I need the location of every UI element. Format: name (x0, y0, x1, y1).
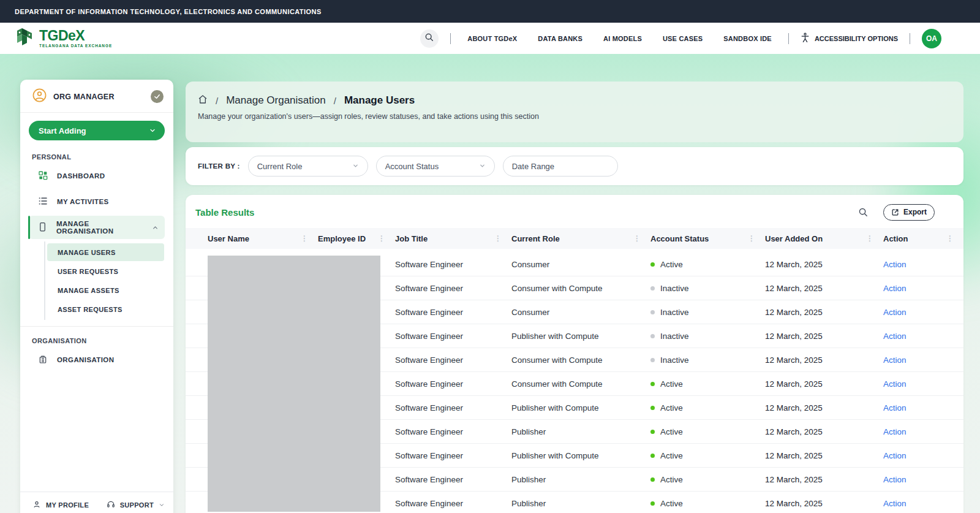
column-menu-icon[interactable]: ⋮ (494, 235, 502, 242)
header-search-button[interactable] (420, 29, 439, 48)
status-label: Active (660, 475, 683, 484)
cell-current-role: Consumer (511, 308, 650, 317)
department-banner: DEPARTMENT OF INFORMATION TECHNOLOGY, EL… (0, 0, 980, 23)
row-action-link[interactable]: Action (883, 499, 963, 508)
status-dot (650, 286, 655, 291)
my-profile-button[interactable]: MY PROFILE (32, 500, 89, 510)
accessibility-options-button[interactable]: ACCESSIBILITY OPTIONS (801, 32, 898, 44)
user-avatar[interactable]: OA (922, 29, 941, 48)
filter-by-label: FILTER BY : (198, 162, 240, 170)
chevron-down-icon (159, 502, 165, 508)
cell-job-title: Software Engineer (395, 379, 511, 389)
cell-job-title: Software Engineer (395, 403, 511, 412)
status-dot (650, 454, 655, 458)
row-action-link[interactable]: Action (883, 427, 963, 436)
page-description: Manage your organization's users—assign … (198, 112, 951, 121)
status-label: Active (660, 260, 683, 269)
tgdex-logo-icon (12, 27, 36, 50)
sidebar-subitem[interactable]: ASSET REQUESTS (47, 300, 164, 318)
cell-account-status: Active (650, 379, 765, 389)
cell-user-added-on: 12 March, 2025 (765, 451, 883, 460)
row-action-link[interactable]: Action (883, 284, 963, 293)
row-action-link[interactable]: Action (883, 379, 963, 389)
export-icon (891, 208, 899, 216)
support-button[interactable]: SUPPORT (107, 500, 165, 510)
cell-current-role: Publisher (511, 475, 650, 484)
nav-link[interactable]: AI MODELS (603, 35, 642, 42)
nav-link[interactable]: SANDBOX IDE (723, 35, 772, 42)
divider (20, 112, 173, 113)
cell-job-title: Software Engineer (395, 499, 511, 508)
tgdex-logo[interactable]: TGDeX TELANGANA DATA EXCHANGE (12, 27, 112, 50)
sidebar-item-label: MANAGE ORGANISATION (56, 220, 143, 235)
filter-dropdown[interactable]: Current Role (248, 156, 368, 177)
breadcrumb-manage-organisation[interactable]: Manage Organisation (226, 94, 326, 107)
cell-job-title: Software Engineer (395, 355, 511, 365)
cell-account-status: Active (650, 427, 765, 436)
column-menu-icon[interactable]: ⋮ (748, 235, 755, 242)
sidebar-subitem[interactable]: MANAGE USERS (47, 243, 164, 261)
status-dot (650, 358, 655, 362)
status-label: Inactive (660, 284, 689, 293)
person-icon (32, 500, 41, 510)
row-action-link[interactable]: Action (883, 355, 963, 365)
cell-current-role: Consumer (511, 260, 650, 269)
status-dot (650, 430, 655, 434)
sidebar-footer: MY PROFILE SUPPORT (20, 492, 173, 513)
chevron-up-icon (152, 224, 159, 231)
section-label-personal: PERSONAL (20, 143, 173, 163)
row-action-link[interactable]: Action (883, 308, 963, 317)
nav-link[interactable]: ABOUT TGDeX (467, 35, 517, 42)
sidebar-item-organisation[interactable]: ORGANISATION (29, 348, 165, 371)
column-menu-icon[interactable]: ⋮ (633, 235, 641, 242)
building-icon (38, 354, 48, 365)
filter-dropdown[interactable]: Date Range (503, 156, 618, 177)
sidebar-subitem[interactable]: MANAGE ASSETS (47, 281, 164, 299)
header-nav: ABOUT TGDeX DATA BANKS AI MODELS USE CAS… (467, 35, 772, 42)
cell-user-added-on: 12 March, 2025 (765, 260, 883, 269)
role-label: ORG MANAGER (53, 93, 115, 101)
home-icon[interactable] (198, 94, 208, 107)
sidebar-subitem-label: MANAGE USERS (58, 249, 116, 256)
filter-dropdown-value: Date Range (512, 162, 554, 171)
sidebar-item-my-activities[interactable]: MY ACTIVITES (29, 190, 165, 213)
filter-dropdown[interactable]: Account Status (376, 156, 495, 177)
table-search-button[interactable] (858, 207, 869, 218)
column-menu-icon[interactable]: ⋮ (946, 235, 954, 242)
sidebar-subitem[interactable]: USER REQUESTS (47, 262, 164, 280)
cell-current-role: Publisher (511, 427, 650, 436)
filter-dropdowns: Current Role Account Status Date Range (248, 156, 618, 177)
main-header: TGDeX TELANGANA DATA EXCHANGE ABOUT TGDe… (0, 23, 980, 54)
row-action-link[interactable]: Action (883, 475, 963, 484)
section-label-organisation: ORGANISATION (20, 327, 173, 347)
cell-user-added-on: 12 March, 2025 (765, 332, 883, 341)
status-label: Inactive (660, 308, 689, 317)
row-action-link[interactable]: Action (883, 260, 963, 269)
column-menu-icon[interactable]: ⋮ (301, 235, 308, 242)
status-label: Inactive (660, 355, 689, 365)
row-action-link[interactable]: Action (883, 403, 963, 412)
status-dot (650, 334, 655, 338)
verified-badge-icon (151, 90, 164, 103)
sidebar-item-label: DASHBOARD (57, 172, 105, 180)
column-menu-icon[interactable]: ⋮ (378, 235, 385, 242)
start-adding-button[interactable]: Start Adding (29, 121, 165, 140)
nav-link[interactable]: DATA BANKS (538, 35, 582, 42)
sidebar-item-dashboard[interactable]: DASHBOARD (29, 164, 165, 188)
row-action-link[interactable]: Action (883, 451, 963, 460)
sidebar-item-manage-organisation[interactable]: MANAGE ORGANISATION (29, 216, 165, 239)
cell-job-title: Software Engineer (395, 260, 511, 269)
org-manager-avatar-icon (32, 88, 47, 105)
row-action-link[interactable]: Action (883, 332, 963, 341)
cell-account-status: Inactive (650, 355, 765, 365)
export-button[interactable]: Export (883, 204, 935, 221)
sidebar-item-label: ORGANISATION (57, 356, 114, 363)
header-divider (450, 33, 451, 44)
nav-link[interactable]: USE CASES (663, 35, 703, 42)
cell-user-added-on: 12 March, 2025 (765, 308, 883, 317)
sidebar-subitem-label: ASSET REQUESTS (58, 306, 123, 313)
column-menu-icon[interactable]: ⋮ (866, 235, 873, 242)
cell-job-title: Software Engineer (395, 475, 511, 484)
filter-dropdown-value: Current Role (257, 162, 303, 171)
filter-bar: FILTER BY : Current Role Account Status (186, 147, 963, 185)
